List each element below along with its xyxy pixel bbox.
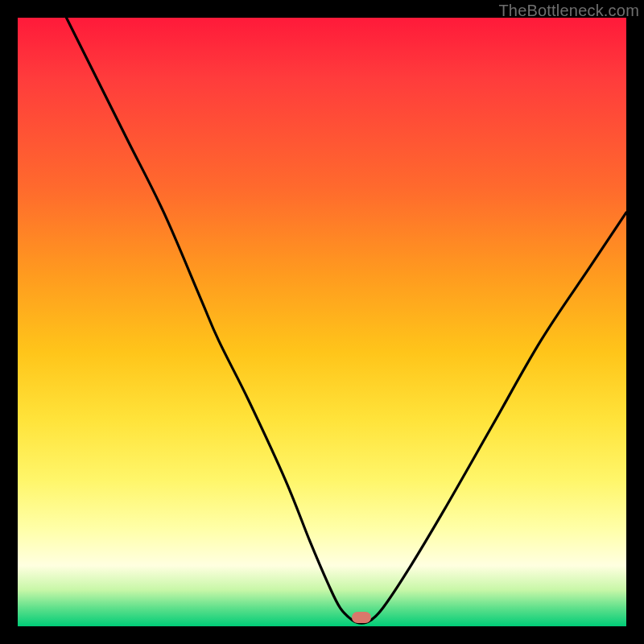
curve-path xyxy=(66,18,626,623)
watermark-text: TheBottleneck.com xyxy=(498,2,639,20)
chart-frame: TheBottleneck.com xyxy=(0,0,644,644)
min-marker xyxy=(352,612,371,623)
plot-area xyxy=(18,18,626,626)
bottleneck-curve xyxy=(18,18,626,626)
